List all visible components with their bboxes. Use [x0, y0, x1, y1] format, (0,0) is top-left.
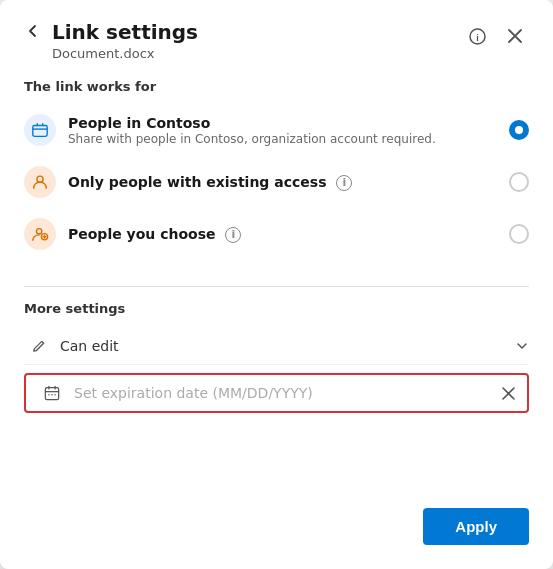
svg-point-7	[48, 394, 49, 395]
link-works-for-options: People in Contoso Share with people in C…	[24, 104, 529, 260]
radio-item-contoso[interactable]: People in Contoso Share with people in C…	[24, 104, 529, 156]
existing-text: Only people with existing access i	[68, 174, 509, 191]
expiration-close-icon[interactable]	[502, 387, 515, 400]
info-button[interactable]: i	[463, 22, 491, 50]
contoso-icon	[24, 114, 56, 146]
contoso-desc: Share with people in Contoso, organizati…	[68, 132, 509, 146]
contoso-title: People in Contoso	[68, 115, 509, 131]
expiration-placeholder[interactable]: Set expiration date (MM/DD/YYYY)	[74, 385, 502, 401]
radio-item-existing[interactable]: Only people with existing access i	[24, 156, 529, 208]
can-edit-chevron[interactable]	[515, 339, 529, 353]
svg-point-8	[51, 394, 52, 395]
existing-info-icon[interactable]: i	[336, 175, 352, 191]
contoso-text: People in Contoso Share with people in C…	[68, 115, 509, 146]
svg-text:i: i	[476, 32, 479, 42]
svg-rect-2	[33, 126, 47, 137]
choose-info-icon[interactable]: i	[225, 227, 241, 243]
back-button[interactable]	[24, 22, 42, 40]
radio-control-existing[interactable]	[509, 172, 529, 192]
svg-point-9	[54, 394, 55, 395]
choose-text: People you choose i	[68, 226, 509, 243]
pencil-icon	[24, 339, 52, 354]
choose-title: People you choose i	[68, 226, 509, 243]
close-button[interactable]	[501, 22, 529, 50]
svg-rect-6	[45, 388, 58, 400]
header-actions: i	[463, 22, 529, 50]
existing-icon	[24, 166, 56, 198]
dialog-header: Link settings Document.docx i	[24, 20, 529, 61]
dialog-title: Link settings	[52, 20, 463, 44]
radio-control-contoso[interactable]	[509, 120, 529, 140]
link-works-for-label: The link works for	[24, 79, 529, 94]
radio-control-choose[interactable]	[509, 224, 529, 244]
can-edit-row[interactable]: Can edit	[24, 328, 529, 365]
can-edit-text: Can edit	[60, 338, 515, 354]
radio-item-choose[interactable]: People you choose i	[24, 208, 529, 260]
link-settings-dialog: Link settings Document.docx i The link w…	[0, 0, 553, 569]
existing-title: Only people with existing access i	[68, 174, 509, 191]
svg-point-4	[36, 229, 41, 234]
divider	[24, 286, 529, 287]
dialog-subtitle: Document.docx	[52, 46, 463, 61]
apply-button[interactable]: Apply	[423, 508, 529, 545]
title-block: Link settings Document.docx	[52, 20, 463, 61]
more-settings-label: More settings	[24, 301, 529, 316]
footer: Apply	[24, 488, 529, 545]
choose-icon	[24, 218, 56, 250]
expiration-date-row[interactable]: Set expiration date (MM/DD/YYYY)	[24, 373, 529, 413]
calendar-icon	[38, 385, 66, 401]
